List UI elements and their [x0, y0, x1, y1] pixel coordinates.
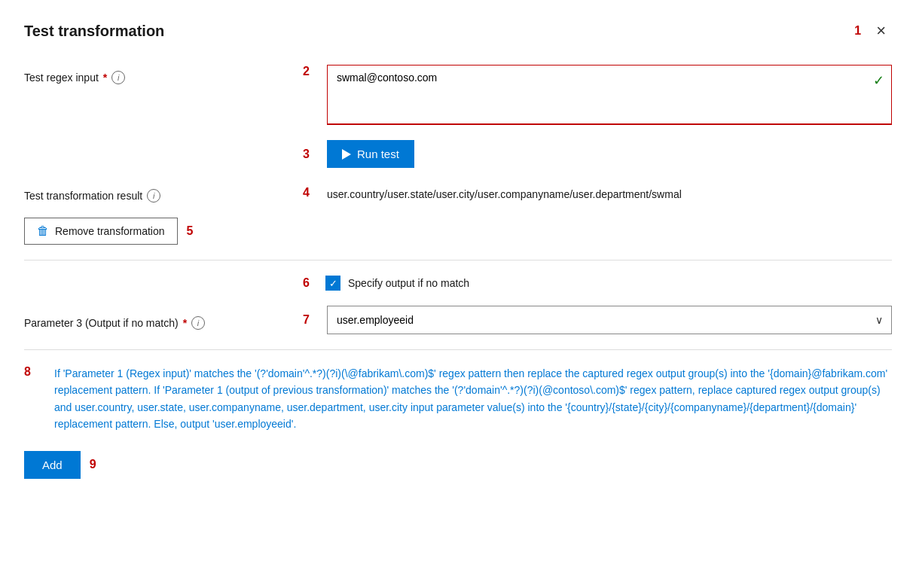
run-test-button[interactable]: Run test [327, 140, 414, 168]
regex-input-info-icon[interactable]: i [111, 71, 125, 84]
description-text: If 'Parameter 1 (Regex input)' matches t… [39, 365, 892, 433]
remove-transformation-button[interactable]: 🗑 Remove transformation [24, 218, 178, 245]
checkmark-icon: ✓ [329, 279, 337, 288]
remove-btn-label: Remove transformation [55, 225, 165, 237]
checkbox-label: Specify output if no match [348, 277, 469, 289]
divider-2 [24, 349, 892, 350]
step-7-indicator: 7 [303, 313, 318, 327]
result-info-icon[interactable]: i [147, 189, 160, 203]
param3-select-wrapper: user.employeeid ∨ [327, 306, 892, 334]
footer: Add 9 [24, 451, 892, 479]
param3-required-star: * [183, 317, 187, 329]
specify-output-checkbox[interactable]: ✓ [325, 276, 340, 291]
validation-check-icon: ✓ [873, 72, 884, 89]
close-button[interactable]: × [870, 18, 892, 44]
divider-1 [24, 260, 892, 260]
param3-row: Parameter 3 (Output if no match) * i 7 u… [24, 306, 892, 334]
param3-select[interactable]: user.employeeid [327, 306, 892, 334]
remove-row: 🗑 Remove transformation 5 [24, 218, 892, 245]
add-btn-label: Add [42, 459, 63, 471]
test-transformation-dialog: Test transformation 1 × Test regex input… [0, 0, 916, 588]
checkbox-row: 6 ✓ Specify output if no match [24, 276, 892, 291]
step-1-indicator: 1 [854, 24, 861, 38]
regex-input-field[interactable] [327, 65, 892, 125]
param3-info-icon[interactable]: i [191, 316, 205, 330]
dialog-title: Test transformation [24, 23, 164, 40]
result-label: Test transformation result i [24, 183, 303, 203]
play-icon [342, 149, 351, 160]
run-test-label: Run test [357, 148, 399, 160]
result-value: user.country/user.state/user.city/user.c… [327, 185, 682, 200]
step-8-indicator: 8 [24, 365, 39, 379]
step-5-indicator: 5 [187, 224, 202, 238]
close-icon: × [876, 21, 886, 41]
param3-label: Parameter 3 (Output if no match) * i [24, 310, 303, 330]
description-row: 8 If 'Parameter 1 (Regex input)' matches… [24, 365, 892, 433]
regex-input-label: Test regex input * i [24, 65, 303, 84]
step-9-indicator: 9 [90, 458, 105, 471]
add-button[interactable]: Add [24, 451, 81, 479]
regex-input-row: Test regex input * i 2 ✓ [24, 65, 892, 125]
step-6-indicator: 6 [303, 276, 318, 290]
step-4-indicator: 4 [303, 186, 318, 200]
regex-input-wrapper: ✓ [327, 65, 892, 125]
trash-icon: 🗑 [37, 224, 49, 238]
result-row: Test transformation result i 4 user.coun… [24, 183, 892, 203]
required-star: * [103, 72, 107, 84]
step-2-indicator: 2 [303, 65, 318, 78]
dialog-header: Test transformation 1 × [24, 18, 892, 44]
run-test-row: 3 Run test [24, 140, 892, 168]
step-3-indicator: 3 [303, 148, 318, 161]
